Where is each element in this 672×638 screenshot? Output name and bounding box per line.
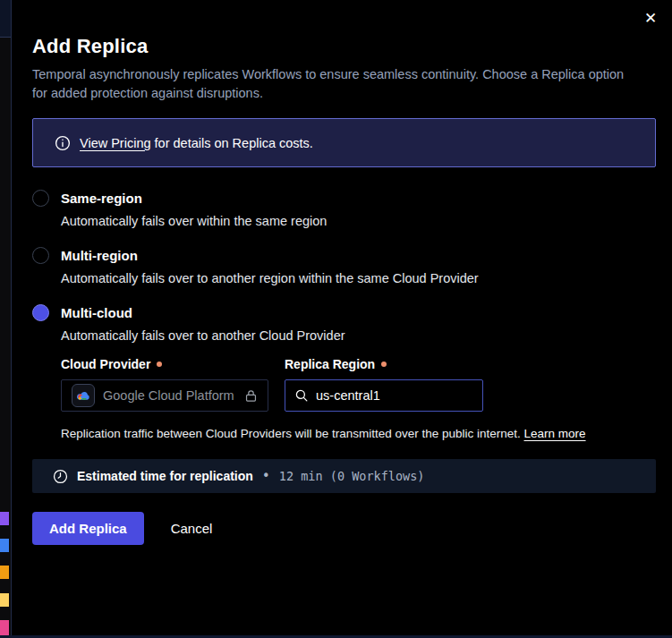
option-multi-region: Multi-region Automatically fails over to…	[32, 247, 656, 285]
modal-description: Temporal asynchronously replicates Workf…	[32, 65, 637, 103]
replica-option-group: Same-region Automatically fails over wit…	[32, 190, 656, 440]
estimate-label: Estimated time for replication	[77, 469, 253, 483]
clock-icon	[53, 469, 68, 484]
required-dot-icon	[157, 362, 162, 367]
gcp-logo-icon	[72, 384, 95, 407]
option-same-region: Same-region Automatically fails over wit…	[32, 190, 656, 228]
option-description: Automatically fails over within the same…	[61, 214, 656, 228]
view-pricing-link[interactable]: View Pricing	[80, 136, 151, 150]
pricing-info-banner: View Pricing for details on Replica cost…	[32, 118, 656, 167]
replica-region-input[interactable]	[316, 388, 483, 403]
estimate-separator: •	[262, 468, 270, 484]
estimate-value: 12 min (0 Workflows)	[279, 469, 425, 483]
pricing-banner-text: View Pricing for details on Replica cost…	[80, 136, 313, 150]
option-description: Automatically fails over to another regi…	[61, 271, 656, 285]
replica-region-search[interactable]	[285, 379, 483, 412]
lock-icon	[243, 388, 259, 404]
sidebar-swatch-blue	[0, 539, 9, 552]
radio-same-region[interactable]	[32, 190, 49, 207]
sidebar-swatch-pink	[0, 620, 9, 635]
page-title: Add Replica	[32, 34, 656, 59]
multi-cloud-form: Cloud Provider	[61, 357, 656, 412]
option-label[interactable]: Multi-cloud	[61, 305, 132, 320]
background-header-sliver	[0, 0, 11, 38]
sidebar-swatch-yellow	[0, 593, 9, 607]
info-icon	[55, 135, 71, 151]
radio-multi-cloud[interactable]	[32, 304, 49, 321]
replica-region-field-group: Replica Region	[285, 357, 483, 412]
close-icon[interactable]: ✕	[640, 7, 661, 29]
sidebar-swatch-purple	[0, 512, 9, 525]
cloud-provider-label: Cloud Provider	[61, 357, 268, 371]
option-multi-cloud: Multi-cloud Automatically fails over to …	[32, 304, 656, 440]
cloud-provider-value: Google Cloud Platform	[103, 388, 235, 403]
learn-more-link[interactable]: Learn more	[524, 427, 586, 440]
option-description: Automatically fails over to another Clou…	[61, 328, 656, 343]
cloud-provider-field-group: Cloud Provider	[61, 357, 268, 412]
sidebar-swatch-orange	[0, 566, 9, 579]
background-page-sliver	[0, 0, 12, 638]
required-dot-icon	[381, 362, 387, 367]
public-internet-warning: Replication traffic between Cloud Provid…	[61, 427, 656, 440]
replica-region-label: Replica Region	[285, 357, 483, 371]
modal-actions: Add Replica Cancel	[32, 512, 656, 545]
search-icon	[294, 388, 309, 403]
estimate-banner: Estimated time for replication • 12 min …	[32, 459, 656, 493]
add-replica-button[interactable]: Add Replica	[32, 512, 144, 545]
radio-multi-region[interactable]	[32, 247, 49, 264]
screen: ✕ Add Replica Temporal asynchronously re…	[0, 0, 672, 638]
option-label[interactable]: Same-region	[61, 191, 142, 206]
cloud-provider-select[interactable]: Google Cloud Platform	[61, 379, 268, 412]
option-label[interactable]: Multi-region	[61, 248, 138, 263]
cancel-button[interactable]: Cancel	[171, 521, 213, 536]
add-replica-modal: ✕ Add Replica Temporal asynchronously re…	[12, 0, 672, 635]
